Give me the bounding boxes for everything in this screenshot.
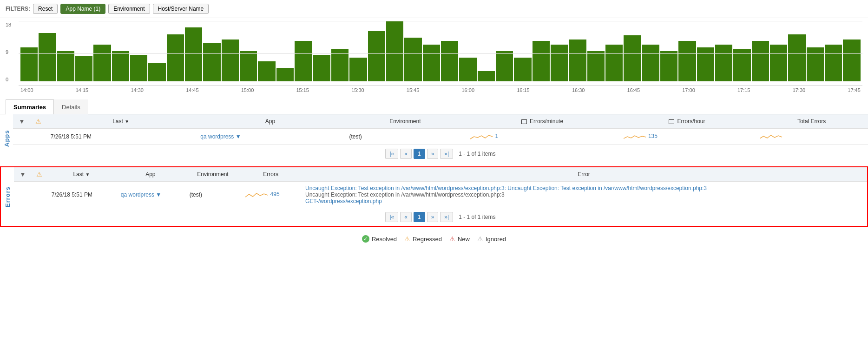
errors-page-prev[interactable]: «	[400, 212, 412, 222]
chart-bar-15	[295, 41, 312, 81]
errors-last-sort-icon: ▼	[85, 172, 90, 177]
chart-bar-8	[167, 34, 184, 81]
chart-bar-39	[733, 49, 750, 81]
errors-collapse-icon[interactable]: ▼	[19, 170, 27, 179]
chart-bar-37	[697, 47, 714, 81]
chart-bar-2	[57, 51, 74, 81]
legend-ignored-label: Ignored	[486, 236, 506, 243]
chart-bar-23	[441, 41, 458, 81]
chart-bar-6	[130, 55, 147, 81]
chart-bar-11	[222, 40, 239, 81]
errors-page-last[interactable]: »|	[440, 212, 453, 222]
legend-new: ⚠ New	[449, 235, 470, 243]
chart-bar-4	[93, 45, 111, 81]
chart-bar-14	[276, 68, 294, 81]
regressed-icon: ⚠	[404, 235, 410, 243]
app-name-filter-button[interactable]: App Name (1)	[60, 4, 105, 14]
apps-page-info: 1 - 1 of 1 items	[459, 151, 495, 157]
errors-page-next[interactable]: »	[427, 212, 439, 222]
errors-row-error-sub: Uncaught Exception: Test exception in /v…	[305, 191, 862, 198]
apps-pagination: |« « 1 » »| 1 - 1 of 1 items	[13, 145, 868, 163]
chart-bar-25	[478, 71, 495, 81]
apps-row-eph: 135	[619, 129, 756, 145]
apps-collapse-icon[interactable]: ▼	[18, 117, 26, 126]
apps-col-total: Total Errors	[755, 114, 868, 129]
legend: ✓ Resolved ⚠ Regressed ⚠ New ⚠ Ignored	[0, 230, 868, 247]
errors-row-env: (test)	[185, 182, 241, 208]
apps-row-app-link[interactable]: qa wordpress	[200, 133, 234, 140]
apps-col-chevron: ▼	[13, 114, 31, 129]
chart-area	[19, 21, 862, 86]
errors-row-error-desc: Uncaught Exception: Test exception in /v…	[301, 182, 867, 208]
apps-page-current[interactable]: 1	[414, 149, 425, 159]
legend-new-label: New	[458, 236, 470, 243]
environment-filter-button[interactable]: Environment	[108, 4, 150, 14]
x-label-1600: 16:00	[462, 87, 475, 93]
apps-col-eph: Errors/hour	[619, 114, 756, 129]
filters-bar: FILTERS: Reset App Name (1) Environment …	[0, 0, 868, 18]
chart-bar-34	[642, 45, 659, 81]
apps-row-epm-value[interactable]: 1	[495, 133, 499, 139]
apps-row-epm: 1	[466, 129, 618, 145]
chart-bar-7	[148, 63, 165, 81]
chart-bar-5	[112, 51, 129, 81]
legend-ignored: ⚠ Ignored	[477, 235, 506, 243]
errors-row-sparkline	[245, 190, 269, 199]
reset-filter-button[interactable]: Reset	[33, 4, 58, 14]
tabs-bar: Summaries Details	[0, 99, 868, 114]
chart-bar-20	[386, 21, 403, 81]
apps-row-eph-value[interactable]: 135	[648, 133, 658, 139]
apps-page-last[interactable]: »|	[440, 149, 453, 159]
errors-row-app-dropdown-icon[interactable]: ▼	[156, 191, 161, 198]
x-label-1445: 14:45	[186, 87, 199, 93]
apps-page-next[interactable]: »	[427, 149, 439, 159]
chart-bar-19	[368, 31, 385, 81]
errors-row-total[interactable]: 495	[270, 191, 280, 198]
x-label-1545: 15:45	[407, 87, 420, 93]
apps-eph-label: Errors/hour	[677, 118, 705, 125]
tab-summaries[interactable]: Summaries	[6, 99, 54, 114]
x-label-1730: 17:30	[793, 87, 806, 93]
apps-col-warn: ⚠	[31, 114, 46, 129]
chart-bar-27	[514, 58, 531, 81]
apps-last-sort-icon: ▼	[125, 119, 129, 124]
chart-bar-9	[185, 27, 202, 81]
chart-y-labels: 18 9 0	[6, 22, 11, 82]
x-label-1530: 15:30	[351, 87, 364, 93]
apps-page-prev[interactable]: «	[400, 149, 412, 159]
apps-col-env: Environment	[344, 114, 466, 129]
tab-details[interactable]: Details	[54, 99, 88, 114]
errors-col-last[interactable]: Last ▼	[47, 167, 116, 182]
chart-bar-1	[39, 33, 56, 81]
gridline-mid	[19, 53, 862, 54]
errors-page-current[interactable]: 1	[414, 212, 425, 222]
chart-x-labels: 14:0014:1514:3014:4515:0015:1515:3015:45…	[19, 86, 862, 93]
chart-bar-40	[752, 41, 769, 81]
apps-epm-label: Errors/minute	[530, 118, 563, 125]
apps-last-label: Last	[112, 118, 123, 125]
host-server-filter-button[interactable]: Host/Server Name	[153, 4, 209, 14]
chart-bar-38	[715, 45, 732, 81]
chart-bar-12	[240, 51, 257, 81]
errors-row-error-link[interactable]: GET-/wordpress/exception.php	[305, 198, 382, 204]
apps-table: ▼ ⚠ Last ▼ App Environment Errors/minute	[13, 114, 868, 145]
apps-page-first[interactable]: |«	[385, 149, 398, 159]
y-label-9: 9	[6, 49, 11, 55]
ignored-icon: ⚠	[477, 235, 483, 243]
apps-row-app-dropdown-icon[interactable]: ▼	[236, 133, 241, 140]
chart-bar-42	[788, 34, 805, 81]
errors-col-app: App	[116, 167, 185, 182]
chart-bar-21	[404, 38, 421, 81]
apps-table-row: 7/26/18 5:51 PM qa wordpress ▼ (test) 1	[13, 129, 868, 145]
apps-col-app: App	[196, 114, 344, 129]
errors-page-first[interactable]: |«	[385, 212, 398, 222]
errors-table-header-row: ▼ ⚠ Last ▼ App Environment Errors Error	[14, 167, 867, 182]
errors-row-app-link[interactable]: qa wordpress	[121, 191, 154, 198]
apps-table-header-row: ▼ ⚠ Last ▼ App Environment Errors/minute	[13, 114, 868, 129]
legend-regressed-label: Regressed	[413, 236, 442, 243]
x-label-1400: 14:00	[20, 87, 33, 93]
apps-col-last[interactable]: Last ▼	[46, 114, 196, 129]
chart-bar-13	[258, 61, 275, 81]
x-label-1500: 15:00	[241, 87, 254, 93]
errors-table-container: ▼ ⚠ Last ▼ App Environment Errors Error	[14, 167, 867, 226]
